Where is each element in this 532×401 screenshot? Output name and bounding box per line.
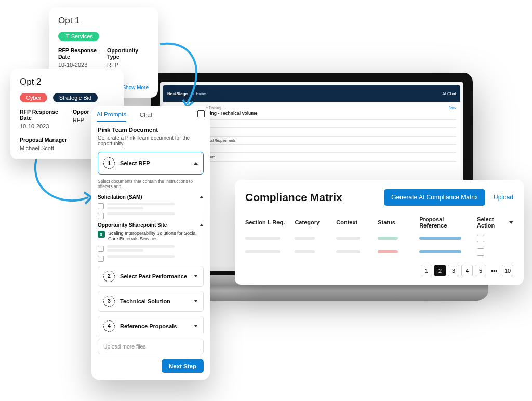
page-10[interactable]: 10 <box>502 265 513 276</box>
table-row[interactable] <box>245 232 513 245</box>
col-section-l: Section L Req. <box>245 219 289 225</box>
file-item-sharepoint[interactable]: S Scaling Interoperability Solutions for… <box>98 231 204 242</box>
badge-it-services: IT Services <box>58 32 99 41</box>
opp-type-value: RFP <box>73 117 84 123</box>
col-select-action[interactable]: Select Action <box>477 216 507 229</box>
step-2-past-performance[interactable]: 2 Select Past Performance <box>98 266 204 287</box>
expand-icon[interactable] <box>197 110 205 117</box>
step-4-reference-proposals[interactable]: 4 Reference Proposals <box>98 316 204 333</box>
table-row[interactable] <box>245 245 513 259</box>
group-solicitation: Solicitation (SAM) <box>98 194 142 200</box>
rfp-date-value: 10-10-2023 <box>20 123 49 129</box>
badge-strategic: Strategic Bid <box>53 93 98 102</box>
step-number-icon: 1 <box>103 157 115 169</box>
file-item[interactable] <box>98 212 204 219</box>
chevron-down-icon <box>194 325 198 327</box>
file-item[interactable] <box>98 203 204 209</box>
rfp-date-label: RFP Response Date <box>20 109 66 121</box>
sharepoint-doc-title: Scaling Interoperability Solutions for S… <box>108 231 204 242</box>
step-label: Technical Solution <box>120 298 189 304</box>
arrow-icon <box>31 156 99 218</box>
page-5[interactable]: 5 <box>475 265 486 276</box>
chevron-up-icon <box>194 162 198 165</box>
ai-prompts-panel: AI Prompts Chat Pink Team Document Gener… <box>91 106 210 380</box>
rfp-date-value: 10-10-2023 <box>58 62 87 68</box>
step-label: Reference Proposals <box>120 323 189 329</box>
chevron-down-icon <box>509 221 513 224</box>
chevron-up-icon[interactable] <box>200 224 204 226</box>
page-3[interactable]: 3 <box>448 265 459 276</box>
card-title: Opt 1 <box>58 16 149 26</box>
doc-section[interactable]: Proposed Technical Solution <box>167 147 456 151</box>
step-number-icon: 4 <box>103 320 115 332</box>
doc-section[interactable]: System Design and Architecture <box>167 155 456 159</box>
step-number-icon: 2 <box>103 271 115 282</box>
brand-logo: NextStage <box>167 91 188 96</box>
step-label: Select Past Performance <box>120 273 189 279</box>
group-sharepoint: Opportunity Sharepoint Site <box>98 222 167 228</box>
col-proposal-ref: Proposal Reference <box>419 216 472 229</box>
checkbox[interactable] <box>477 248 484 256</box>
tab-ai-prompts[interactable]: AI Prompts <box>97 111 126 122</box>
page-ellipsis: ••• <box>488 265 500 276</box>
upload-more-files[interactable]: Upload more files <box>98 339 204 354</box>
panel-tabs: AI Prompts Chat <box>91 106 210 122</box>
prompt-subtitle: Generate a Pink Team document for the op… <box>98 135 204 146</box>
step-number-icon: 3 <box>103 296 115 307</box>
sharepoint-icon: S <box>98 231 105 238</box>
checkbox[interactable] <box>98 256 104 262</box>
chevron-down-icon <box>194 275 198 277</box>
chevron-down-icon <box>194 300 198 302</box>
checkbox[interactable] <box>98 246 104 252</box>
col-category: Category <box>295 219 331 225</box>
col-context: Context <box>336 219 373 225</box>
doc-section[interactable]: Table of Contents <box>167 130 456 134</box>
app-titlebar: NextStage ⌂ Home AI Chat <box>163 85 460 102</box>
prompt-title: Pink Team Document <box>98 127 204 133</box>
card-title: Opt 2 <box>20 77 114 87</box>
matrix-title: Compliance Matrix <box>245 191 342 204</box>
col-status: Status <box>378 219 414 225</box>
file-item[interactable] <box>98 255 204 262</box>
opp-type-label: Opportunity Type <box>107 47 149 60</box>
tab-chat[interactable]: Chat <box>140 112 152 121</box>
next-step-button[interactable]: Next Step <box>162 359 204 373</box>
back-link[interactable]: Back <box>449 106 456 110</box>
step-label: Select RFP <box>120 160 189 166</box>
step-1-select-rfp[interactable]: 1 Select RFP <box>98 152 204 175</box>
page-4[interactable]: 4 <box>461 265 473 276</box>
matrix-table: Section L Req. Category Context Status P… <box>245 213 513 259</box>
compliance-matrix-card: Compliance Matrix Generate AI Compliance… <box>235 180 524 285</box>
file-item[interactable] <box>98 245 204 252</box>
checkbox[interactable] <box>98 203 104 209</box>
rfp-date-label: RFP Response Date <box>58 47 101 60</box>
tab-ai-chat[interactable]: AI Chat <box>442 91 456 96</box>
step-hint: Select documents that contain the instru… <box>98 179 204 189</box>
document-title: Cyber Defense Training - Technical Volum… <box>167 111 456 116</box>
page-1[interactable]: 1 <box>421 265 432 276</box>
pagination: 1 2 3 4 5 ••• 10 <box>245 265 513 276</box>
pm-value: Michael Scott <box>20 145 54 151</box>
badge-cyber: Cyber <box>20 93 47 102</box>
chevron-up-icon[interactable] <box>200 196 204 198</box>
checkbox[interactable] <box>477 235 484 242</box>
pm-label: Proposal Manager <box>20 137 67 143</box>
upload-link[interactable]: Upload <box>494 194 513 201</box>
nav-home-label: Home <box>196 92 206 96</box>
page-2[interactable]: 2 <box>434 265 446 276</box>
nav-home[interactable]: ⌂ Home <box>192 92 206 96</box>
step-3-technical-solution[interactable]: 3 Technical Solution <box>98 291 204 312</box>
checkbox[interactable] <box>98 213 104 219</box>
opp-type-value: RFP <box>107 62 118 68</box>
generate-matrix-button[interactable]: Generate AI Compliance Matrix <box>384 189 485 206</box>
doc-section[interactable]: Understanding of the Technical Requireme… <box>167 139 456 142</box>
doc-section[interactable]: Executive Summary <box>167 122 456 126</box>
